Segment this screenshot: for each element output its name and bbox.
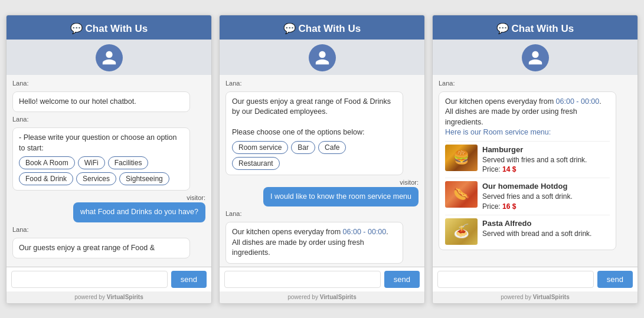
option-restaurant[interactable]: Restaurant bbox=[232, 157, 280, 170]
bot-label-3a: Lana: bbox=[439, 80, 632, 87]
messages-1: Lana: Hello! welcome to our hotel chatbo… bbox=[6, 75, 211, 267]
option-services[interactable]: Services bbox=[76, 172, 116, 185]
chat-icon-2: 💬 bbox=[283, 23, 299, 34]
options-row-1: Book A Room WiFi Facilities Food & Drink… bbox=[19, 156, 184, 185]
option-room-service[interactable]: Room service bbox=[232, 141, 288, 154]
bot-bubble-1b: - Please write your question or choose a… bbox=[12, 127, 190, 191]
avatar-area-1 bbox=[6, 40, 211, 75]
chat-widget-1: 💬 Chat With Us Lana: Hello! welcome to o… bbox=[6, 15, 212, 304]
option-food-drink[interactable]: Food & Drink bbox=[19, 172, 73, 185]
chat-input-2[interactable] bbox=[224, 271, 381, 288]
chat-header-2: 💬 Chat With Us bbox=[220, 15, 424, 40]
chat-header-1: 💬 Chat With Us bbox=[6, 15, 211, 40]
chat-header-3: 💬 Chat With Us bbox=[433, 15, 638, 40]
bot-bubble-2a: Our guests enjoy a great range of Food &… bbox=[225, 91, 403, 175]
hamburger-name: Hamburger bbox=[482, 145, 610, 155]
avatar-3 bbox=[522, 44, 549, 71]
option-bar[interactable]: Bar bbox=[291, 141, 315, 154]
bot-label-1c: Lana: bbox=[12, 226, 205, 233]
chat-widget-3: 💬 Chat With Us Lana: Our kitchen opens e… bbox=[432, 15, 638, 304]
messages-2: Lana: Our guests enjoy a great range of … bbox=[220, 75, 424, 267]
input-area-1: send bbox=[6, 267, 211, 291]
avatar-2 bbox=[309, 44, 336, 71]
person-icon-1 bbox=[101, 50, 117, 66]
chat-input-3[interactable] bbox=[437, 271, 594, 288]
visitor-label-2: visitor: bbox=[400, 179, 419, 186]
chat-icon-3: 💬 bbox=[496, 23, 512, 34]
hotdog-image: 🌭 bbox=[445, 181, 478, 208]
option-sightseeing[interactable]: Sightseeing bbox=[119, 172, 169, 185]
powered-by-2: powered by VirtualSpirits bbox=[220, 291, 424, 303]
hotdog-name: Our homemade Hotdog bbox=[482, 181, 610, 192]
option-cafe[interactable]: Cafe bbox=[318, 141, 346, 154]
pasta-name: Pasta Alfredo bbox=[482, 218, 610, 229]
chat-icon-1: 💬 bbox=[70, 23, 86, 34]
visitor-bubble-2: I would like to know the room service me… bbox=[263, 187, 419, 207]
input-area-3: send bbox=[433, 267, 638, 291]
bot-bubble-2b: Our kitchen opens everyday from 06:00 - … bbox=[225, 222, 403, 264]
hotdog-price: Price: 16 $ bbox=[482, 202, 610, 212]
bot-label-2b: Lana: bbox=[225, 210, 419, 217]
avatar-1 bbox=[96, 44, 123, 71]
option-book-room[interactable]: Book A Room bbox=[19, 156, 75, 169]
bot-bubble-1c: Our guests enjoy a great range of Food & bbox=[12, 238, 190, 259]
option-wifi[interactable]: WiFi bbox=[78, 156, 105, 169]
menu-item-hotdog: 🌭 Our homemade Hotdog Served fries and a… bbox=[445, 181, 610, 212]
person-icon-2 bbox=[314, 50, 331, 66]
messages-3: Lana: Our kitchen opens everyday from 06… bbox=[433, 75, 638, 267]
avatar-area-2 bbox=[220, 40, 424, 75]
chat-widget-2: 💬 Chat With Us Lana: Our guests enjoy a … bbox=[219, 15, 425, 304]
menu-item-hamburger: 🍔 Hamburger Served with fries and a soft… bbox=[445, 145, 610, 175]
visitor-row-1: visitor: what Food and Drinks do you hav… bbox=[12, 194, 205, 222]
chat-title-3: Chat With Us bbox=[512, 23, 574, 34]
menu-item-pasta: 🍝 Pasta Alfredo Served with bread and a … bbox=[445, 218, 610, 245]
visitor-bubble-1: what Food and Drinks do you have? bbox=[73, 202, 205, 222]
powered-by-3: powered by VirtualSpirits bbox=[433, 291, 638, 303]
option-facilities[interactable]: Facilities bbox=[108, 156, 149, 169]
pasta-image: 🍝 bbox=[445, 218, 478, 245]
input-area-2: send bbox=[220, 267, 424, 291]
send-button-1[interactable]: send bbox=[171, 271, 207, 288]
bot-bubble-1a: Hello! welcome to our hotel chatbot. bbox=[12, 91, 190, 113]
chat-input-1[interactable] bbox=[11, 271, 168, 288]
hamburger-desc: Served with fries and a soft drink. bbox=[482, 155, 610, 165]
bot-bubble-3a: Our kitchen opens everyday from 06:00 - … bbox=[439, 91, 616, 251]
hamburger-image: 🍔 bbox=[445, 145, 478, 171]
avatar-area-3 bbox=[433, 40, 638, 75]
person-icon-3 bbox=[527, 50, 544, 66]
bot-label-1b: Lana: bbox=[12, 116, 205, 123]
bot-label-1a: Lana: bbox=[12, 80, 205, 87]
pasta-desc: Served with bread and a soft drink. bbox=[482, 229, 610, 239]
bot-label-2a: Lana: bbox=[225, 80, 419, 87]
hotdog-desc: Served fries and a soft drink. bbox=[482, 192, 610, 202]
visitor-row-2: visitor: I would like to know the room s… bbox=[225, 179, 419, 207]
options-row-2: Room service Bar Cafe Restaurant bbox=[232, 141, 397, 170]
chat-title-1: Chat With Us bbox=[86, 23, 148, 34]
chat-title-2: Chat With Us bbox=[299, 23, 361, 34]
visitor-label-1: visitor: bbox=[187, 194, 205, 201]
powered-by-1: powered by VirtualSpirits bbox=[6, 291, 211, 303]
hamburger-price: Price: 14 $ bbox=[482, 165, 610, 175]
send-button-3[interactable]: send bbox=[597, 271, 633, 288]
send-button-2[interactable]: send bbox=[384, 271, 420, 288]
